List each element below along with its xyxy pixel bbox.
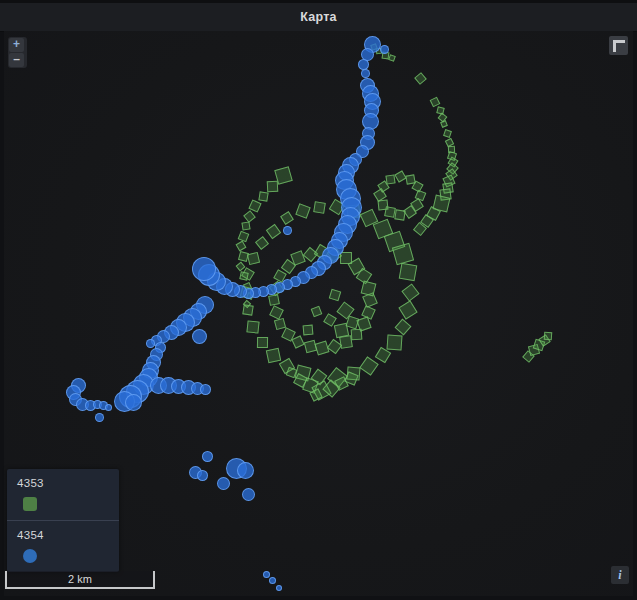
marker-4353[interactable] xyxy=(302,246,317,261)
marker-4354[interactable] xyxy=(362,113,379,130)
marker-4353[interactable] xyxy=(533,339,546,352)
marker-4353[interactable] xyxy=(346,366,360,380)
marker-4354[interactable] xyxy=(197,470,208,481)
marker-4354[interactable] xyxy=(317,255,332,270)
marker-4354[interactable] xyxy=(207,272,226,291)
marker-4354[interactable] xyxy=(164,325,179,340)
marker-4353[interactable] xyxy=(447,156,458,167)
marker-4353[interactable] xyxy=(274,166,293,185)
marker-4354[interactable] xyxy=(297,271,310,284)
marker-4354[interactable] xyxy=(181,380,196,395)
marker-4354[interactable] xyxy=(150,348,163,361)
marker-4353[interactable] xyxy=(426,206,441,221)
marker-4353[interactable] xyxy=(447,145,454,152)
marker-4353[interactable] xyxy=(246,320,259,333)
marker-4353[interactable] xyxy=(329,289,341,301)
marker-4353[interactable] xyxy=(447,151,457,161)
marker-4354[interactable] xyxy=(335,171,354,190)
marker-4353[interactable] xyxy=(326,366,347,387)
corner-control-button[interactable] xyxy=(609,36,628,55)
marker-4353[interactable] xyxy=(237,230,249,242)
marker-4353[interactable] xyxy=(440,120,448,128)
marker-4354[interactable] xyxy=(150,377,167,394)
zoom-in-button[interactable]: + xyxy=(9,38,24,52)
marker-4354[interactable] xyxy=(341,197,362,218)
marker-4354[interactable] xyxy=(200,384,211,395)
marker-4353[interactable] xyxy=(311,380,331,400)
marker-4354[interactable] xyxy=(362,85,379,102)
marker-4353[interactable] xyxy=(420,214,434,228)
marker-4354[interactable] xyxy=(360,135,375,150)
marker-4353[interactable] xyxy=(377,180,389,192)
marker-4353[interactable] xyxy=(405,174,415,184)
marker-4354[interactable] xyxy=(364,103,379,118)
marker-4353[interactable] xyxy=(265,347,280,362)
marker-4353[interactable] xyxy=(386,334,402,350)
attribution-button[interactable]: i xyxy=(611,566,629,584)
marker-4353[interactable] xyxy=(442,182,453,193)
marker-4353[interactable] xyxy=(413,222,427,236)
marker-4354[interactable] xyxy=(243,288,254,299)
marker-4353[interactable] xyxy=(265,223,280,238)
marker-4353[interactable] xyxy=(432,194,450,212)
marker-4353[interactable] xyxy=(323,313,337,327)
marker-4354[interactable] xyxy=(322,247,339,264)
marker-4354[interactable] xyxy=(85,400,96,411)
marker-4354[interactable] xyxy=(71,378,86,393)
marker-4354[interactable] xyxy=(114,391,135,412)
marker-4354[interactable] xyxy=(66,385,81,400)
marker-4353[interactable] xyxy=(314,244,330,260)
marker-4354[interactable] xyxy=(250,287,261,298)
marker-4354[interactable] xyxy=(202,451,213,462)
marker-4353[interactable] xyxy=(398,300,417,319)
marker-4354[interactable] xyxy=(192,257,216,281)
marker-4354[interactable] xyxy=(125,394,142,411)
marker-4353[interactable] xyxy=(446,162,459,175)
marker-4354[interactable] xyxy=(362,127,375,140)
marker-4353[interactable] xyxy=(360,209,379,228)
marker-4353[interactable] xyxy=(414,189,426,201)
marker-4354[interactable] xyxy=(331,232,348,249)
marker-4354[interactable] xyxy=(146,339,155,348)
marker-4354[interactable] xyxy=(155,342,166,353)
marker-4353[interactable] xyxy=(302,377,319,394)
marker-4354[interactable] xyxy=(342,157,359,174)
marker-4353[interactable] xyxy=(280,258,295,273)
marker-4354[interactable] xyxy=(69,393,82,406)
marker-4353[interactable] xyxy=(356,316,371,331)
marker-4354[interactable] xyxy=(160,377,177,394)
marker-4353[interactable] xyxy=(339,335,353,349)
marker-4353[interactable] xyxy=(411,180,423,192)
marker-4353[interactable] xyxy=(336,301,354,319)
marker-4353[interactable] xyxy=(345,315,359,329)
zoom-out-button[interactable]: – xyxy=(9,53,24,67)
marker-4353[interactable] xyxy=(444,137,453,146)
marker-4354[interactable] xyxy=(93,400,102,409)
marker-4353[interactable] xyxy=(268,294,280,306)
marker-4354[interactable] xyxy=(356,145,369,158)
marker-4354[interactable] xyxy=(190,303,207,320)
marker-4354[interactable] xyxy=(340,188,361,209)
marker-4353[interactable] xyxy=(241,221,250,230)
marker-4353[interactable] xyxy=(528,344,540,356)
marker-4354[interactable] xyxy=(258,286,269,297)
marker-4353[interactable] xyxy=(414,72,427,85)
marker-4354[interactable] xyxy=(364,93,381,110)
marker-4353[interactable] xyxy=(295,203,310,218)
marker-4353[interactable] xyxy=(285,366,297,378)
marker-4353[interactable] xyxy=(243,210,256,223)
marker-4354[interactable] xyxy=(282,279,293,290)
marker-4353[interactable] xyxy=(311,369,328,386)
marker-4353[interactable] xyxy=(237,250,248,261)
marker-4354[interactable] xyxy=(191,382,204,395)
marker-4353[interactable] xyxy=(329,199,346,216)
marker-4354[interactable] xyxy=(225,282,240,297)
marker-4353[interactable] xyxy=(273,269,287,283)
marker-4353[interactable] xyxy=(239,271,248,280)
marker-4353[interactable] xyxy=(344,371,358,385)
marker-4354[interactable] xyxy=(361,48,374,61)
marker-4353[interactable] xyxy=(241,267,255,281)
marker-4353[interactable] xyxy=(544,332,553,341)
marker-4353[interactable] xyxy=(360,280,376,296)
marker-4353[interactable] xyxy=(326,246,341,261)
